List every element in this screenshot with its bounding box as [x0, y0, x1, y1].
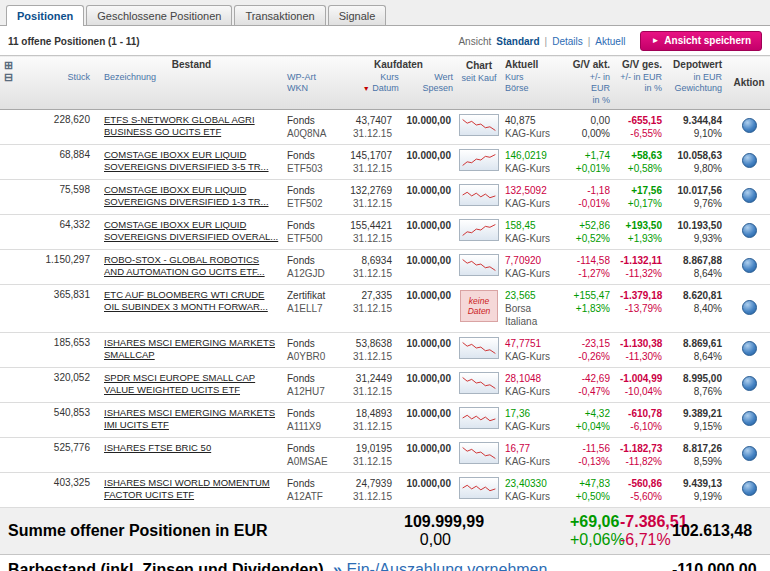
col-stueck[interactable]: Stück — [32, 72, 90, 84]
position-value: 10.017,56 — [672, 184, 722, 197]
wkn: ETF502 — [287, 197, 336, 210]
sum-open-positions-row: Summe offener Positionen in EUR 109.999,… — [0, 507, 770, 554]
sparkline-chart[interactable] — [457, 144, 501, 179]
gv-ges-eur: +17,56 — [620, 184, 662, 197]
gv-ges-pct: +1,93% — [620, 232, 662, 245]
col-boerse[interactable]: Börse — [505, 83, 562, 95]
col-wkn[interactable]: WKN — [287, 83, 336, 95]
sparkline-chart[interactable] — [457, 179, 501, 214]
collapse-all-icon[interactable]: ⊟ — [4, 71, 24, 83]
view-standard[interactable]: Standard — [496, 36, 539, 47]
toolbar: 11 offene Positionen (1 - 11) Ansicht St… — [0, 26, 770, 55]
position-name-link[interactable]: COMSTAGE IBOXX EUR LIQUID SOVEREIGNS DIV… — [104, 184, 279, 209]
tab-signale[interactable]: Signale — [328, 5, 387, 25]
sparkline-chart[interactable] — [457, 214, 501, 249]
expand-all-icon[interactable]: ⊞ — [4, 59, 24, 71]
position-row: 403,325 ISHARES MSCI WORLD MOMENTUM FACT… — [0, 472, 770, 507]
positions-table: ⊞ ⊟ Stück BestandBezeichnung WP-ArtWKN K… — [0, 55, 770, 571]
col-in-eur[interactable]: in EUR — [672, 72, 722, 84]
order-action-button[interactable] — [742, 188, 757, 203]
order-action-button[interactable] — [742, 446, 757, 461]
wkn: A0MSAE — [287, 455, 336, 468]
col-aktuell-kurs[interactable]: Kurs — [505, 72, 562, 84]
wp-art: Fonds — [287, 184, 336, 197]
position-name-link[interactable]: ISHARES MSCI EMERGING MARKETS IMI UCITS … — [104, 407, 279, 432]
buy-value: 10.000,00 — [404, 372, 451, 385]
position-name-link[interactable]: ISHARES MSCI WORLD MOMENTUM FACTOR UCITS… — [104, 477, 279, 502]
col-gv-akt-eur[interactable]: +/- in EUR — [570, 72, 610, 95]
buy-price: 8,6934 — [344, 254, 392, 267]
gv-akt-eur: +52,86 — [570, 219, 610, 232]
sparkline-chart[interactable] — [457, 367, 501, 402]
deposit-withdraw-link[interactable]: » Ein-/Auszahlung vornehmen — [333, 561, 547, 571]
wp-art: Fonds — [287, 372, 336, 385]
sparkline-chart[interactable] — [457, 472, 501, 507]
order-action-button[interactable] — [742, 411, 757, 426]
position-name-link[interactable]: ISHARES MSCI EMERGING MARKETS SMALLCAP — [104, 337, 279, 362]
wp-art: Fonds — [287, 149, 336, 162]
sparkline-chart[interactable] — [457, 332, 501, 367]
order-action-button[interactable] — [742, 118, 757, 133]
order-action-button[interactable] — [742, 258, 757, 273]
position-value: 9.439,13 — [672, 477, 722, 490]
col-gv-ges-eur[interactable]: +/- in EUR — [620, 72, 662, 84]
gv-akt-pct: +0,50% — [570, 490, 610, 503]
col-spesen[interactable]: Spesen — [401, 83, 453, 95]
sparkline-chart[interactable] — [457, 402, 501, 437]
col-kauf-kurs[interactable]: Kurs — [344, 72, 399, 84]
col-gewichtung[interactable]: Gewichtung — [672, 83, 722, 95]
portfolio-page: Positionen Geschlossene Positionen Trans… — [0, 0, 770, 571]
position-name-link[interactable]: ETFS S-NETWORK GLOBAL AGRI BUSINESS GO U… — [104, 114, 279, 139]
view-aktuell[interactable]: Aktuell — [595, 36, 625, 47]
col-gv-akt-pct[interactable]: in % — [570, 95, 610, 107]
order-action-button[interactable] — [742, 376, 757, 391]
col-bezeichnung[interactable]: Bezeichnung — [104, 72, 279, 84]
position-name-link[interactable]: COMSTAGE IBOXX EUR LIQUID SOVEREIGNS DIV… — [104, 219, 279, 244]
sparkline-chart[interactable]: keine Daten — [457, 284, 501, 332]
position-name-link[interactable]: SPDR MSCI EUROPE SMALL CAP VALUE WEIGHTE… — [104, 372, 279, 397]
order-action-button[interactable] — [742, 300, 757, 315]
row-expand-cell — [0, 437, 28, 472]
position-name-link[interactable]: ETC AUF BLOOMBERG WTI CRUDE OIL SUBINDEX… — [104, 289, 279, 314]
order-action-button[interactable] — [742, 341, 757, 356]
order-action-button[interactable] — [742, 481, 757, 496]
position-name-link[interactable]: COMSTAGE IBOXX EUR LIQUID SOVEREIGNS DIV… — [104, 149, 279, 174]
buy-price: 18,4893 — [344, 407, 392, 420]
buy-price: 31,2449 — [344, 372, 392, 385]
gv-akt-eur: -1,18 — [570, 184, 610, 197]
gv-ges-eur: -610,78 — [620, 407, 662, 420]
wkn: A12ATF — [287, 490, 336, 503]
gv-ges-pct: +0,17% — [620, 197, 662, 210]
gv-akt-eur: +47,83 — [570, 477, 610, 490]
position-row: 365,831 ETC AUF BLOOMBERG WTI CRUDE OIL … — [0, 284, 770, 332]
buy-date: 31.12.15 — [344, 420, 392, 433]
order-action-button[interactable] — [742, 223, 757, 238]
view-details[interactable]: Details — [552, 36, 583, 47]
col-wp-art[interactable]: WP-Art — [287, 72, 336, 84]
order-action-button[interactable] — [742, 153, 757, 168]
sparkline-chart[interactable] — [457, 249, 501, 284]
tab-transaktionen[interactable]: Transaktionen — [234, 5, 325, 25]
position-value: 8.867,88 — [672, 254, 722, 267]
save-view-button[interactable]: ► Ansicht speichern — [640, 31, 762, 51]
double-arrow-icon: » — [333, 561, 342, 571]
gv-ges-eur: -1.182,73 — [620, 442, 662, 455]
sparkline-chart[interactable] — [457, 437, 501, 472]
current-price: 47,7751 — [505, 337, 562, 350]
position-name-link[interactable]: ISHARES FTSE BRIC 50 — [104, 442, 279, 454]
sparkline-chart[interactable] — [457, 109, 501, 144]
tab-geschlossene-positionen[interactable]: Geschlossene Positionen — [86, 5, 232, 25]
exchange: KAG-Kurs — [505, 267, 562, 280]
col-wert[interactable]: Wert — [401, 72, 453, 84]
weighting: 8,59% — [672, 455, 722, 468]
sum-gv-ges-eur: -7.386,51 — [620, 513, 662, 531]
position-name-link[interactable]: ROBO-STOX - GLOBAL ROBOTICS AND AUTOMATI… — [104, 254, 279, 279]
tab-positionen[interactable]: Positionen — [6, 5, 84, 26]
shares-count: 64,332 — [28, 214, 100, 249]
position-row: 75,598 COMSTAGE IBOXX EUR LIQUID SOVEREI… — [0, 179, 770, 214]
col-gv-ges-pct[interactable]: in % — [620, 83, 662, 95]
col-datum[interactable]: Datum — [372, 83, 399, 93]
shares-count: 320,052 — [28, 367, 100, 402]
col-gv-ges: G/V ges. — [620, 59, 662, 72]
no-data-label: keine Daten — [460, 290, 498, 322]
